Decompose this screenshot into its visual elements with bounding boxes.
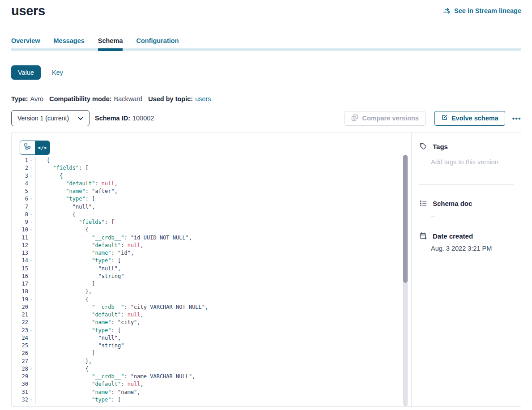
fold-arrow-icon[interactable]: ▾: [30, 327, 32, 334]
code-text: "default": null,: [36, 180, 118, 188]
code-line: 28▾ {: [12, 365, 411, 373]
code-line: 9▾ "fields": [: [12, 218, 411, 226]
fold-arrow-icon[interactable]: ▾: [30, 226, 32, 234]
fold-gutter: [28, 373, 36, 380]
version-select[interactable]: Version 1 (current): [11, 110, 89, 126]
fold-arrow-icon[interactable]: ▾: [30, 164, 32, 172]
tab-overview[interactable]: Overview: [11, 37, 40, 51]
fold-gutter[interactable]: ▾: [28, 257, 36, 265]
tab-configuration[interactable]: Configuration: [136, 37, 179, 51]
chevron-down-icon: [78, 115, 83, 122]
meta-type: Type: Avro: [11, 95, 43, 102]
fold-gutter: [28, 180, 36, 188]
editor-scrollbar[interactable]: [403, 155, 408, 406]
code-text: "null",: [36, 265, 121, 273]
schema-card: </> 1▾{2▾ "fields": [3▾ {4 "default": nu…: [11, 132, 521, 407]
line-number: 2: [12, 164, 28, 172]
code-text: ]: [36, 280, 95, 288]
code-content: 1▾{2▾ "fields": [3▾ {4 "default": null,5…: [12, 157, 411, 404]
tree-view-button[interactable]: [20, 141, 35, 154]
fold-gutter[interactable]: ▾: [28, 164, 36, 172]
date-created-section: Date created Aug. 3 2022 3:21 PM: [419, 232, 514, 252]
fold-gutter[interactable]: ▾: [28, 226, 36, 234]
tag-icon: [419, 142, 427, 150]
fold-arrow-icon[interactable]: ▾: [30, 172, 32, 180]
line-number: 24: [12, 334, 28, 342]
code-text: "fields": [: [36, 164, 89, 172]
code-text: {: [36, 226, 89, 234]
code-line: 27 },: [12, 358, 411, 365]
fold-gutter: [28, 203, 36, 211]
line-number: 9: [12, 218, 28, 226]
schema-id-label: Schema ID:: [95, 115, 130, 122]
value-toggle-button[interactable]: Value: [11, 65, 41, 80]
fold-gutter[interactable]: ▾: [28, 396, 36, 404]
fold-gutter[interactable]: ▾: [28, 157, 36, 164]
fold-arrow-icon[interactable]: ▾: [30, 396, 32, 404]
fold-gutter[interactable]: ▾: [28, 327, 36, 334]
fold-gutter[interactable]: ▾: [28, 195, 36, 203]
line-number: 27: [12, 358, 28, 365]
fold-gutter: [28, 234, 36, 242]
version-select-value: Version 1 (current): [17, 115, 69, 122]
fold-arrow-icon[interactable]: ▾: [30, 211, 32, 218]
add-tags-input[interactable]: [431, 158, 515, 169]
code-text: "name": "after",: [36, 188, 118, 195]
fold-arrow-icon[interactable]: ▾: [30, 296, 32, 303]
page-header: users See in Stream lineage: [11, 0, 521, 18]
schema-doc-header: Schema doc: [419, 199, 514, 207]
line-number: 15: [12, 265, 28, 273]
code-line: 15 "null",: [12, 265, 411, 273]
code-view-button[interactable]: </>: [35, 141, 50, 154]
stream-lineage-link[interactable]: See in Stream lineage: [443, 7, 521, 14]
code-text: "__crdb__": "city VARCHAR NOT NULL",: [36, 303, 208, 311]
fold-gutter[interactable]: ▾: [28, 296, 36, 303]
fold-arrow-icon[interactable]: ▾: [30, 218, 32, 226]
tab-messages[interactable]: Messages: [54, 37, 85, 51]
fold-gutter: [28, 350, 36, 357]
schema-doc-section: Schema doc --: [419, 199, 514, 219]
code-text: {: [36, 172, 63, 180]
evolve-schema-button[interactable]: Evolve schema: [434, 111, 505, 126]
calendar-plus-icon: [419, 232, 427, 240]
scrollbar-thumb[interactable]: [403, 155, 408, 283]
compare-versions-icon: [351, 114, 358, 123]
fold-gutter: [28, 311, 36, 319]
fold-arrow-icon[interactable]: ▾: [30, 365, 32, 373]
line-number: 31: [12, 389, 28, 396]
tab-schema[interactable]: Schema: [98, 37, 123, 51]
line-number: 16: [12, 273, 28, 280]
code-text: "name": "name",: [36, 389, 140, 396]
fold-arrow-icon[interactable]: ▾: [30, 257, 32, 265]
code-text: "__crdb__": "id UUID NOT NULL",: [36, 234, 192, 242]
type-label: Type:: [11, 95, 28, 102]
fold-arrow-icon[interactable]: ▾: [30, 195, 32, 203]
code-text: "__crdb__": "name VARCHAR NULL",: [36, 373, 195, 380]
fold-gutter: [28, 242, 36, 249]
fold-gutter[interactable]: ▾: [28, 365, 36, 373]
line-number: 7: [12, 203, 28, 211]
tags-title: Tags: [433, 143, 448, 150]
fold-gutter[interactable]: ▾: [28, 172, 36, 180]
line-number: 26: [12, 350, 28, 357]
more-options-button[interactable]: •••: [512, 115, 521, 122]
line-number: 11: [12, 234, 28, 242]
key-toggle-link[interactable]: Key: [52, 69, 63, 76]
code-line: 22 "name": "city",: [12, 319, 411, 326]
fold-gutter: [28, 319, 36, 326]
code-text: "type": [: [36, 195, 95, 203]
fold-gutter: [28, 342, 36, 350]
code-text: {: [36, 211, 76, 218]
fold-gutter[interactable]: ▾: [28, 218, 36, 226]
fold-gutter[interactable]: ▾: [28, 211, 36, 218]
fold-arrow-icon[interactable]: ▾: [30, 157, 32, 164]
stream-lineage-icon: [443, 8, 451, 14]
code-line: 26 ]: [12, 350, 411, 357]
used-by-topic-label: Used by topic:: [148, 95, 193, 102]
topic-link[interactable]: users: [195, 95, 211, 102]
meta-compatibility: Compatibility mode: Backward: [49, 95, 142, 102]
compare-versions-button[interactable]: Compare versions: [345, 111, 426, 126]
compatibility-value: Backward: [114, 95, 143, 102]
line-number: 22: [12, 319, 28, 326]
code-line: 19▾ {: [12, 296, 411, 303]
